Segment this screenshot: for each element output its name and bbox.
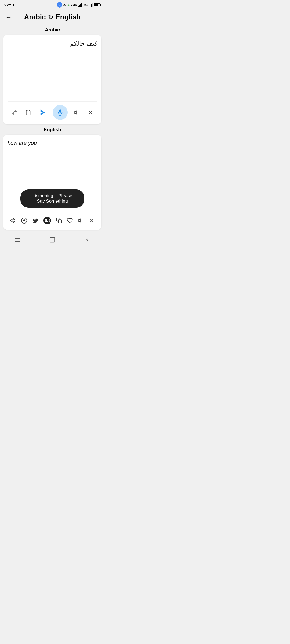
svg-marker-14: [74, 111, 76, 114]
svg-rect-4: [89, 6, 89, 7]
svg-point-17: [14, 218, 15, 220]
heart-icon: [67, 218, 73, 224]
svg-rect-30: [50, 237, 55, 242]
share-button[interactable]: [9, 216, 17, 225]
share-icon: [10, 218, 16, 224]
svg-rect-1: [79, 5, 80, 7]
svg-line-20: [12, 221, 14, 222]
svg-rect-8: [14, 112, 17, 115]
signal-text: VOD: [71, 3, 77, 6]
network-type: 4G: [84, 3, 88, 6]
whatsapp-icon: [21, 217, 27, 224]
back-button[interactable]: ←: [4, 12, 13, 22]
target-translation-box: how are you Listnening....Please Say Som…: [3, 135, 102, 230]
language-selector: Arabic ↻ English: [24, 13, 81, 21]
speaker-source-button[interactable]: [72, 108, 81, 117]
nav-menu-button[interactable]: [9, 235, 26, 244]
source-section-label: Arabic: [0, 24, 105, 35]
close-result-icon: [89, 218, 95, 224]
paste-button[interactable]: [24, 108, 33, 117]
clear-result-button[interactable]: [88, 216, 96, 225]
listening-banner: Listnening....Please Say Something: [20, 189, 84, 208]
copy-result-button[interactable]: [55, 216, 63, 225]
menu-icon: [15, 237, 20, 243]
signal2-icon: [89, 3, 93, 7]
svg-rect-6: [91, 4, 92, 7]
speaker-icon: [74, 109, 80, 115]
svg-rect-0: [78, 6, 79, 7]
app-bar: ← Arabic ↻ English: [0, 10, 105, 24]
speaker-result-button[interactable]: [77, 216, 85, 225]
mic-icon: [57, 109, 64, 116]
twitter-icon: [32, 218, 39, 224]
twitter-button[interactable]: [31, 216, 40, 225]
g-icon: G: [57, 2, 62, 8]
status-time: 22:51: [4, 3, 15, 7]
battery-fill: [95, 4, 98, 6]
paste-icon: [25, 109, 31, 115]
copy-source-button[interactable]: [10, 108, 19, 117]
status-bar: 22:51 G N ● VOD 4G: [0, 0, 105, 10]
svg-rect-7: [92, 3, 93, 7]
translated-text: how are you: [8, 139, 97, 187]
target-language-label: English: [56, 13, 81, 21]
signal-icon: [78, 3, 82, 7]
svg-rect-3: [81, 3, 82, 7]
whatsapp-button[interactable]: [20, 216, 29, 225]
n-icon: N: [63, 3, 66, 7]
svg-rect-9: [27, 110, 29, 111]
svg-rect-5: [90, 5, 90, 7]
copy-icon: [12, 109, 17, 115]
send-icon: [39, 109, 46, 116]
source-language-label: Arabic: [24, 13, 46, 21]
copy-result-icon: [56, 218, 62, 224]
speaker-result-icon: [78, 218, 84, 224]
svg-rect-23: [58, 220, 61, 223]
svg-marker-10: [40, 110, 45, 115]
navigation-bar: [0, 232, 105, 248]
sms-icon: SMS: [44, 217, 51, 224]
clear-source-button[interactable]: [86, 108, 95, 117]
source-toolbar: [8, 101, 97, 120]
favorite-button[interactable]: [66, 216, 74, 225]
status-icons: G N ● VOD 4G: [57, 2, 100, 8]
close-source-icon: [88, 109, 93, 115]
svg-rect-2: [80, 4, 81, 7]
sms-button[interactable]: SMS: [42, 215, 52, 226]
svg-line-21: [12, 219, 14, 220]
battery-icon: [94, 3, 100, 6]
back-triangle-icon: [84, 237, 90, 243]
svg-rect-11: [59, 109, 61, 113]
nav-back-button[interactable]: [79, 235, 96, 244]
svg-marker-24: [78, 219, 81, 222]
result-toolbar: SMS: [8, 212, 97, 226]
nav-home-button[interactable]: [44, 235, 61, 244]
mic-button[interactable]: [53, 105, 68, 120]
home-square-icon: [49, 237, 55, 243]
swap-languages-button[interactable]: ↻: [48, 13, 53, 21]
target-section-label: English: [0, 124, 105, 135]
source-text[interactable]: كيف حالكم: [8, 39, 97, 98]
svg-point-18: [11, 220, 12, 221]
translate-button[interactable]: [37, 107, 48, 118]
svg-point-19: [14, 222, 15, 223]
green-icon: ●: [67, 3, 70, 7]
source-translation-box: كيف حالكم: [3, 35, 102, 124]
